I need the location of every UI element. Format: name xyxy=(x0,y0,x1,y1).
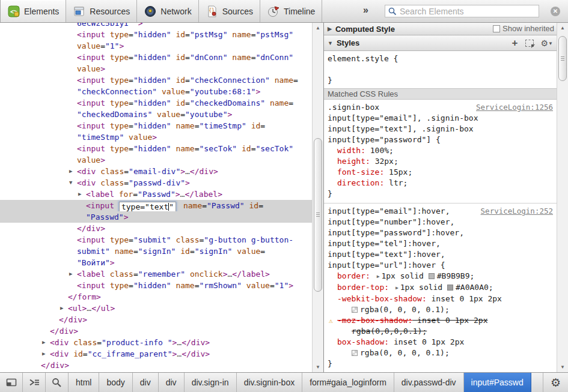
property-value[interactable]: rgba(0, 0, 0, 0.1); xyxy=(360,348,450,357)
property-value[interactable]: rgba(0,0,0,0.1); xyxy=(352,327,427,336)
css-property[interactable]: border: ▶1px solid #B9B9B9; xyxy=(337,271,553,282)
code-line[interactable]: ▶<div class="product-info ">…</div> xyxy=(0,337,312,348)
code-line[interactable]: ▶<label class="remember" onclick>…</labe… xyxy=(0,268,312,280)
breadcrumb-item[interactable]: div.sign-in xyxy=(185,373,237,392)
code-line[interactable]: <input type="hidden" id="dnConn" name="d… xyxy=(0,52,312,63)
disclosure-arrow-icon[interactable]: ▶ xyxy=(42,337,45,348)
rule-selector[interactable]: input[type="email"], .signin-box xyxy=(328,113,553,124)
color-swatch[interactable] xyxy=(447,285,453,291)
tab-timeline[interactable]: Timeline xyxy=(260,0,322,22)
property-name[interactable]: border-top: xyxy=(337,283,389,292)
code-line[interactable]: </div> xyxy=(0,325,312,337)
tab-sources[interactable]: {} Sources xyxy=(199,0,260,22)
styles-scrollbar[interactable]: ▲ ▼ xyxy=(557,23,568,372)
code-line[interactable]: <input type="hidden" id="checkedDomains"… xyxy=(0,97,312,109)
property-name[interactable]: direction: xyxy=(337,178,384,187)
rule-selector[interactable]: input[type="tel"]:hover, xyxy=(328,238,553,249)
styles-pane-header[interactable]: ▼ Styles + ⚙▼ xyxy=(324,35,557,51)
stylesheet-link[interactable]: ServiceLogin:1256 xyxy=(476,102,553,113)
close-icon[interactable]: ✕ xyxy=(551,7,560,16)
dock-side-button[interactable] xyxy=(0,373,23,392)
property-value[interactable]: inset 0 1px 2px xyxy=(432,294,502,303)
code-line[interactable]: 6ecWzC5b1yI" > xyxy=(0,23,312,29)
css-property[interactable]: rgba(0, 0, 0, 0.1); xyxy=(352,304,553,315)
css-property[interactable]: -webkit-box-shadow: inset 0 1px 2px xyxy=(337,294,553,304)
tab-elements[interactable]: <> Elements xyxy=(0,0,66,22)
property-name[interactable]: border: xyxy=(337,271,370,280)
css-property[interactable]: ⚠-moz-box-shadow: inset 0 1px 2px xyxy=(337,315,553,326)
css-property[interactable]: font-size: 15px; xyxy=(337,167,553,178)
code-line[interactable]: <inputtype="text" name="Passwd" id= xyxy=(0,200,312,211)
breadcrumb-item[interactable]: div.signin-box xyxy=(237,373,303,392)
element-style-blank[interactable] xyxy=(328,64,553,75)
computed-style-header[interactable]: ▶ Computed Style Show inherited xyxy=(324,23,557,35)
breadcrumb-item[interactable]: html xyxy=(69,373,99,392)
rule-selector[interactable]: input[type="text"]:hover, xyxy=(328,249,553,260)
scroll-up-icon[interactable]: ▲ xyxy=(313,25,323,31)
css-property[interactable]: box-shadow: inset 0 1px 2px xyxy=(337,337,553,348)
breadcrumb-item[interactable]: div xyxy=(133,373,159,392)
property-value[interactable]: 32px; xyxy=(375,157,399,166)
code-line[interactable]: </form> xyxy=(0,291,312,303)
code-line[interactable]: "checkedDomains" value="youtube"> xyxy=(0,109,312,120)
show-console-button[interactable] xyxy=(23,373,46,392)
styles-scrollbar-thumb[interactable] xyxy=(558,36,567,81)
attribute-edit-input[interactable]: type="text" xyxy=(119,202,176,212)
property-value[interactable]: 1px solid xyxy=(400,283,447,292)
css-property[interactable]: direction: ltr; xyxy=(337,178,553,188)
property-value[interactable]: 15px; xyxy=(389,167,412,176)
disclosure-arrow-icon[interactable]: ▶ xyxy=(69,166,72,177)
color-swatch[interactable] xyxy=(352,350,358,356)
more-tabs-button[interactable]: » xyxy=(363,5,368,16)
property-name[interactable]: box-shadow: xyxy=(337,337,389,346)
property-value[interactable]: rgba(0, 0, 0, 0.1); xyxy=(360,305,450,314)
property-value[interactable]: inset 0 1px 2px xyxy=(417,316,487,325)
inspect-search-button[interactable] xyxy=(46,373,69,392)
code-line[interactable]: ▶<div class="email-div">…</div> xyxy=(0,166,312,177)
code-line[interactable]: ▶<ul>…</ul> xyxy=(0,303,312,314)
code-line[interactable]: ▶<div id="cc_iframe_parent">…</div> xyxy=(0,348,312,360)
disclosure-arrow-icon[interactable]: ▶ xyxy=(69,268,72,280)
disclosure-arrow-icon[interactable]: ▶ xyxy=(60,303,63,314)
property-value[interactable]: inset 0 1px 2px xyxy=(394,337,464,346)
code-line[interactable]: "Войти"> xyxy=(0,257,312,268)
code-line[interactable]: <input type="hidden" id="pstMsg" name="p… xyxy=(0,29,312,40)
disclosure-arrow-icon[interactable]: ▼ xyxy=(69,177,72,188)
show-inherited-checkbox[interactable] xyxy=(493,25,500,32)
expand-shorthand-icon[interactable]: ▶ xyxy=(395,285,399,291)
color-swatch[interactable] xyxy=(352,307,358,313)
code-line[interactable]: "Passwd"> xyxy=(0,211,312,223)
color-swatch[interactable] xyxy=(429,273,435,279)
property-value[interactable]: #B9B9B9; xyxy=(437,271,475,280)
code-line[interactable]: <input type="hidden" name="timeStmp" id= xyxy=(0,120,312,131)
code-line[interactable]: value="1"> xyxy=(0,40,312,52)
search-input[interactable] xyxy=(400,5,537,17)
elements-scrollbar-thumb[interactable] xyxy=(314,138,322,292)
styles-gear-button[interactable]: ⚙▼ xyxy=(541,38,553,48)
breadcrumb-item[interactable]: form#gaia_loginform xyxy=(302,373,394,392)
property-value[interactable]: 1px solid xyxy=(381,271,428,280)
tab-network[interactable]: Network xyxy=(137,0,198,22)
code-line[interactable]: </div> xyxy=(0,360,312,371)
property-value[interactable]: ltr; xyxy=(389,178,408,187)
css-property[interactable]: width: 100%; xyxy=(337,145,553,156)
code-line[interactable]: </div> xyxy=(0,223,312,234)
disclosure-arrow-icon[interactable]: ▶ xyxy=(78,188,81,200)
property-name[interactable]: font-size: xyxy=(337,167,384,176)
rule-selector[interactable]: input[type="number"]:hover, xyxy=(328,217,553,228)
code-line[interactable]: <input type="hidden" name="rmShown" valu… xyxy=(0,280,312,291)
property-value[interactable]: #A0A0A0; xyxy=(456,283,493,292)
elements-scrollbar[interactable]: ▲ ▼ xyxy=(312,23,323,372)
rule-selector[interactable]: input[type="password"]:hover, xyxy=(328,228,553,238)
property-name[interactable]: width: xyxy=(337,146,365,155)
tab-resources[interactable]: Resources xyxy=(66,0,137,22)
breadcrumb-item[interactable]: div.passwd-div xyxy=(394,373,464,392)
code-line[interactable]: ▶<label for="Passwd">…</label> xyxy=(0,188,312,200)
scroll-up-icon[interactable]: ▲ xyxy=(557,25,568,31)
code-line[interactable]: <input type="hidden" id="checkConnection… xyxy=(0,74,312,86)
breadcrumb-item[interactable]: div xyxy=(159,373,185,392)
expand-shorthand-icon[interactable]: ▶ xyxy=(377,274,380,279)
breadcrumb-item[interactable]: body xyxy=(99,373,132,392)
code-line[interactable]: value> xyxy=(0,154,312,166)
add-style-rule-button[interactable]: + xyxy=(512,37,518,49)
